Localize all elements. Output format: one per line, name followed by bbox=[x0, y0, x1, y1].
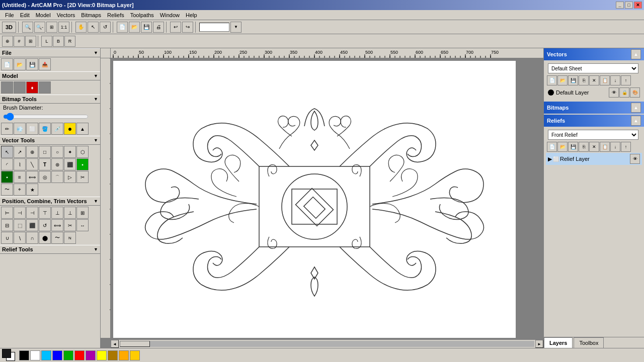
r-paste-btn[interactable]: 📋 bbox=[600, 142, 610, 152]
file-open-button[interactable]: 📂 bbox=[14, 58, 26, 70]
menu-reliefs[interactable]: Reliefs bbox=[104, 11, 127, 19]
rotate-90-button[interactable]: ↺ bbox=[39, 219, 51, 231]
r-new-btn[interactable]: 📄 bbox=[547, 142, 557, 152]
r-copy-btn[interactable]: ⎘ bbox=[579, 142, 589, 152]
texture-tool[interactable]: ▪ bbox=[1, 171, 13, 183]
relief-button[interactable]: R bbox=[64, 36, 75, 47]
minimize-button[interactable]: _ bbox=[616, 2, 624, 9]
subtract-button[interactable]: ∖ bbox=[14, 232, 26, 244]
scroll-left-button[interactable]: ◄ bbox=[111, 340, 119, 348]
rotate-button[interactable]: ↺ bbox=[100, 22, 111, 33]
color-tool[interactable]: ● bbox=[64, 123, 76, 135]
color-white[interactable] bbox=[30, 350, 40, 360]
arrow-tool[interactable]: ▷ bbox=[64, 171, 76, 183]
ortho-button[interactable]: ⊞ bbox=[25, 36, 36, 47]
color-green[interactable] bbox=[63, 350, 73, 360]
distribute-h[interactable]: ⊞ bbox=[76, 207, 89, 219]
transform-tool[interactable]: ⊕ bbox=[26, 146, 38, 158]
canvas-inner[interactable] bbox=[111, 58, 543, 338]
tab-layers[interactable]: Layers bbox=[544, 337, 573, 348]
save-button[interactable]: 💾 bbox=[141, 22, 152, 33]
r-export-btn[interactable]: ↑ bbox=[621, 142, 631, 152]
bitmap-tool-extra[interactable]: ▲ bbox=[76, 123, 89, 135]
menu-help[interactable]: Help bbox=[183, 11, 200, 19]
trim-button[interactable]: ✂ bbox=[64, 219, 76, 231]
offset-tool[interactable]: ◎ bbox=[39, 171, 51, 183]
model-tool-2[interactable] bbox=[14, 81, 26, 94]
bitmaps-collapse-btn[interactable]: ▲ bbox=[631, 103, 641, 113]
menu-edit[interactable]: Edit bbox=[17, 11, 33, 19]
zoom-out-button[interactable]: 🔍- bbox=[34, 22, 45, 33]
vector-tools-header[interactable]: Vector Tools ▼ bbox=[0, 136, 100, 145]
fg-color-swatch[interactable] bbox=[2, 349, 11, 358]
model-tool-1[interactable] bbox=[1, 81, 13, 94]
scroll-right-button[interactable]: ► bbox=[535, 340, 543, 348]
file-new-button[interactable]: 📄 bbox=[1, 58, 13, 70]
align-center-v[interactable]: ⊥ bbox=[51, 207, 63, 219]
zoom-fit-button[interactable]: ⊞ bbox=[46, 22, 57, 33]
position-collapse[interactable]: ▼ bbox=[94, 199, 98, 204]
crop-tool[interactable]: ⌖ bbox=[14, 184, 26, 196]
fill-tool[interactable]: 🪣 bbox=[39, 123, 51, 135]
3d-view-button[interactable]: 3D bbox=[2, 22, 16, 33]
v-import-btn[interactable]: ↓ bbox=[610, 75, 620, 85]
model-tool-4[interactable] bbox=[39, 81, 51, 94]
align-center-h[interactable]: ⊣ bbox=[14, 207, 26, 219]
zoom-in-button[interactable]: 🔍 bbox=[22, 22, 33, 33]
file-save-button[interactable]: 💾 bbox=[26, 58, 38, 70]
circle-tool[interactable]: ○ bbox=[51, 146, 63, 158]
r-del-btn[interactable]: ✕ bbox=[589, 142, 599, 152]
eraser-tool[interactable]: ⬜ bbox=[26, 123, 38, 135]
r-open-btn[interactable]: 📂 bbox=[557, 142, 568, 152]
front-relief-select[interactable]: Front Relief bbox=[548, 130, 638, 140]
spiral-tool[interactable]: ⊛ bbox=[51, 158, 63, 170]
wave2-button[interactable]: 〜 bbox=[51, 232, 63, 244]
snap-button[interactable]: ⊕ bbox=[2, 36, 13, 47]
r-save-btn[interactable]: 💾 bbox=[568, 142, 578, 152]
menu-window[interactable]: Window bbox=[157, 11, 183, 19]
new-button[interactable]: 📄 bbox=[117, 22, 128, 33]
menu-model[interactable]: Model bbox=[33, 11, 54, 19]
rect-tool[interactable]: □ bbox=[39, 146, 51, 158]
bitmap-tools-header[interactable]: Bitmap Tools ▼ bbox=[0, 95, 100, 104]
polygon-tool[interactable]: ⬡ bbox=[76, 146, 89, 158]
model-tool-3[interactable]: ♦ bbox=[26, 81, 38, 94]
dimension-tool[interactable]: ⟺ bbox=[26, 171, 38, 183]
select-vector-tool[interactable]: ↖ bbox=[1, 146, 13, 158]
v-export-btn[interactable]: ↑ bbox=[621, 75, 631, 85]
fillet-tool[interactable]: ⌒ bbox=[51, 171, 63, 183]
file-section-header[interactable]: File ▼ bbox=[0, 48, 100, 57]
color-brown[interactable] bbox=[108, 350, 118, 360]
bitmap-button[interactable]: B bbox=[53, 36, 64, 47]
close-button[interactable]: ✕ bbox=[634, 2, 642, 9]
align-top[interactable]: ⊤ bbox=[39, 207, 51, 219]
color-blue[interactable] bbox=[52, 350, 62, 360]
rl-vis-btn[interactable]: 👁 bbox=[630, 154, 640, 164]
zoom-input[interactable] bbox=[199, 23, 229, 32]
r-import-btn[interactable]: ↓ bbox=[610, 142, 620, 152]
position-section-header[interactable]: Position, Combine, Trim Vectors ▼ bbox=[0, 197, 100, 206]
menu-bitmaps[interactable]: Bitmaps bbox=[78, 11, 104, 19]
align-right[interactable]: ⊣ bbox=[26, 207, 38, 219]
menu-vectors[interactable]: Vectors bbox=[54, 11, 78, 19]
horizontal-scrollbar[interactable]: ◄ ► bbox=[111, 339, 543, 348]
tab-toolbox[interactable]: Toolbox bbox=[574, 337, 604, 348]
color-cyan[interactable] bbox=[41, 350, 51, 360]
relief-tools-collapse[interactable]: ▼ bbox=[94, 247, 98, 252]
pan-button[interactable]: ✋ bbox=[75, 22, 87, 33]
brush-tool[interactable]: ✏ bbox=[1, 123, 13, 135]
color-yellow[interactable] bbox=[97, 350, 107, 360]
align-left[interactable]: ⊢ bbox=[1, 207, 13, 219]
relief-tools-header[interactable]: Relief Tools ▼ bbox=[0, 245, 100, 254]
relief-layer-expand[interactable]: ▶ bbox=[548, 156, 552, 162]
spline-tool[interactable]: ⌇ bbox=[14, 158, 26, 170]
model-section-header[interactable]: Model ▼ bbox=[0, 71, 100, 80]
v-copy-btn[interactable]: ⎘ bbox=[579, 75, 589, 85]
eyedrop-tool[interactable]: 💉 bbox=[51, 123, 63, 135]
design-canvas[interactable] bbox=[113, 61, 516, 338]
node-tool[interactable]: ↗ bbox=[14, 146, 26, 158]
maximize-button[interactable]: □ bbox=[625, 2, 633, 9]
file-import-button[interactable]: 📥 bbox=[39, 58, 51, 70]
wave-tool[interactable]: 〜 bbox=[1, 184, 13, 196]
open-button[interactable]: 📂 bbox=[129, 22, 140, 33]
